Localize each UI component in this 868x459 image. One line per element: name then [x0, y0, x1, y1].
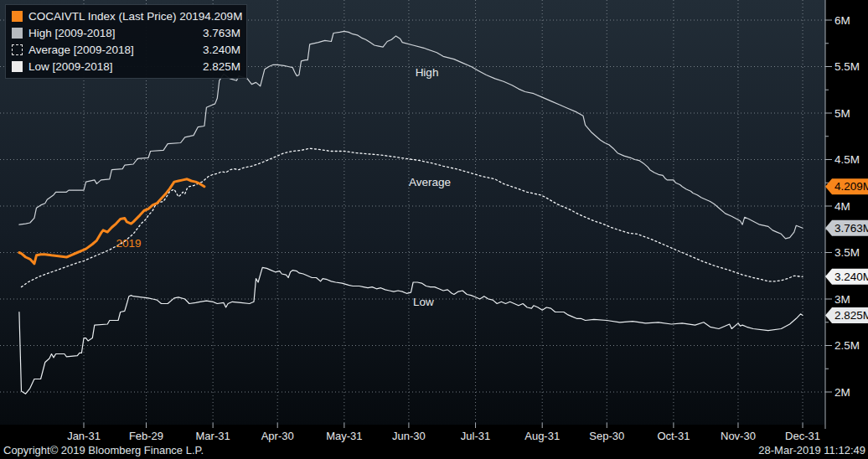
legend-row-high[interactable]: High [2009-2018] 3.763M: [12, 24, 240, 41]
legend-swatch-low-white: [12, 61, 23, 72]
legend-value-low: 2.825M: [203, 60, 240, 73]
price-tag-3.240M: 3.240M: [825, 269, 868, 285]
x-tick-label-Mar-31: Mar-31: [196, 430, 230, 442]
legend-swatch-average-dotted: [12, 44, 23, 55]
x-tick-label-May-31: May-31: [326, 430, 362, 442]
x-tick-label-Jan-31: Jan-31: [67, 430, 101, 442]
svg-text:3.763M: 3.763M: [834, 222, 868, 235]
y-tick-label-4M: 4M: [834, 200, 850, 213]
svg-text:4.209M: 4.209M: [834, 180, 868, 193]
x-tick-label-Jul-31: Jul-31: [461, 430, 490, 442]
legend-value-2019: 4.209M: [204, 10, 242, 23]
x-tick-label-Jun-30: Jun-30: [392, 430, 426, 442]
x-axis-ticks: Jan-31Feb-29Mar-31Apr-30May-31Jun-30Jul-…: [67, 423, 820, 442]
y-tick-label-2.5M: 2.5M: [834, 339, 860, 352]
legend-row-low[interactable]: Low [2009-2018] 2.825M: [12, 58, 240, 75]
x-tick-label-Oct-31: Oct-31: [657, 430, 690, 442]
y-tick-label-5M: 5M: [834, 107, 850, 120]
legend-label-high: High [2009-2018]: [28, 27, 116, 39]
legend-value-high: 3.763M: [203, 27, 240, 39]
chart-label-low: Low: [413, 296, 434, 308]
chart-legend: COCAIVTL Index (Last Price) 2019 4.209M …: [5, 4, 247, 79]
y-tick-label-2M: 2M: [834, 386, 850, 399]
legend-value-average: 3.240M: [203, 44, 240, 56]
svg-text:3.240M: 3.240M: [834, 271, 868, 283]
price-tag-3.763M: 3.763M: [825, 220, 868, 236]
legend-swatch-2019-orange: [12, 11, 23, 22]
y-tick-label-3.5M: 3.5M: [834, 246, 860, 259]
legend-label-low: Low [2009-2018]: [28, 60, 113, 73]
legend-row-2019[interactable]: COCAIVTL Index (Last Price) 2019 4.209M: [12, 8, 240, 24]
y-tick-label-3M: 3M: [834, 293, 850, 306]
x-tick-label-Dec-31: Dec-31: [785, 430, 820, 442]
chart-label-y2019: 2019: [116, 237, 142, 250]
y-tick-label-6M: 6M: [834, 14, 850, 27]
svg-text:2.825M: 2.825M: [834, 309, 868, 322]
x-tick-label-Apr-30: Apr-30: [261, 430, 294, 442]
x-tick-label-Nov-30: Nov-30: [721, 430, 756, 442]
price-tag-2.825M: 2.825M: [825, 307, 868, 323]
x-tick-label-Feb-29: Feb-29: [129, 430, 163, 442]
chart-label-average: Average: [409, 176, 451, 188]
legend-swatch-high-gray: [12, 28, 23, 39]
copyright-text: Copyright© 2019 Bloomberg Finance L.P.: [3, 444, 204, 457]
y-tick-label-4.5M: 4.5M: [834, 153, 860, 166]
price-tag-4.209M: 4.209M: [825, 178, 868, 194]
legend-row-average[interactable]: Average [2009-2018] 3.240M: [12, 41, 240, 58]
y-axis-ticks: 6M5.5M5M4.5M4M3.5M3M2.5M2M: [825, 14, 860, 399]
y-tick-label-5.5M: 5.5M: [834, 60, 860, 73]
legend-label-2019: COCAIVTL Index (Last Price) 2019: [28, 10, 204, 23]
timestamp-text: 28-Mar-2019 11:12:49: [758, 444, 865, 457]
chart-label-high: High: [416, 66, 439, 79]
legend-label-average: Average [2009-2018]: [28, 44, 134, 56]
bloomberg-chart-window: 6M5.5M5M4.5M4M3.5M3M2.5M2MJan-31Feb-29Ma…: [0, 0, 868, 459]
x-tick-label-Aug-31: Aug-31: [524, 430, 560, 442]
x-tick-label-Sep-30: Sep-30: [589, 430, 624, 442]
